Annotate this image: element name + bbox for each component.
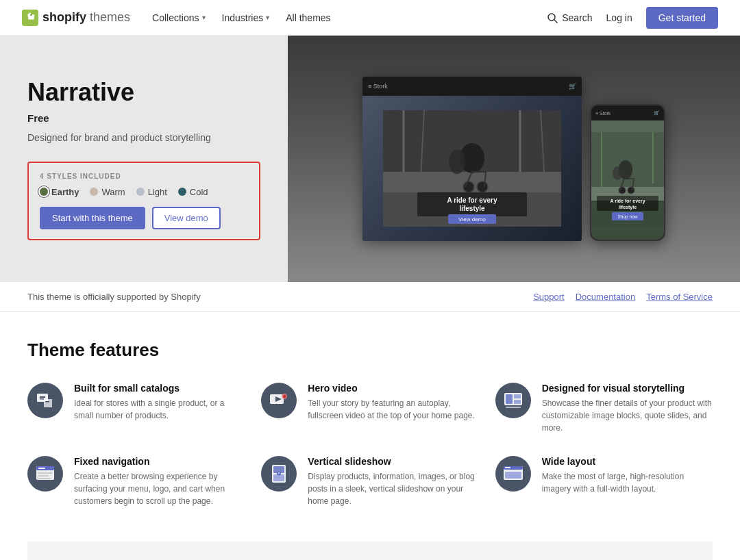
feature-content-small-catalogs: Built for small catalogs Ideal for store… xyxy=(74,383,245,422)
svg-rect-59 xyxy=(505,472,521,479)
feature-vertical-slideshow: Vertical slideshow Display products, inf… xyxy=(261,456,478,507)
style-options: Earthy Warm Light Cold xyxy=(40,187,248,197)
svg-point-11 xyxy=(449,149,465,174)
desktop-mockup: ≡ Stork 🛒 xyxy=(362,77,582,241)
theme-description: Designed for brand and product storytell… xyxy=(27,131,260,145)
feature-desc-wide-layout: Make the most of large, high-resolution … xyxy=(542,470,713,495)
documentation-link[interactable]: Documentation xyxy=(576,292,635,302)
nav-industries-label: Industries xyxy=(222,12,264,23)
svg-point-13 xyxy=(463,181,474,192)
mobile-hero-area: A ride for every lifestyle Shop now xyxy=(591,120,664,240)
styles-box: 4 STYLES INCLUDED Earthy Warm Light Cold xyxy=(27,162,260,240)
svg-point-27 xyxy=(619,187,626,194)
feature-title-small-catalogs: Built for small catalogs xyxy=(74,383,245,394)
nav-right: Search Log in Get started xyxy=(547,7,718,29)
feature-icon-fixed-navigation xyxy=(27,456,63,492)
feature-content-vertical-slideshow: Vertical slideshow Display products, inf… xyxy=(308,456,478,507)
mobile-mockup: ≡ Stork 🛒 xyxy=(590,104,665,241)
nav-collections-label: Collections xyxy=(152,12,199,23)
mobile-inner: ≡ Stork 🛒 xyxy=(591,105,664,240)
earthy-label: Earthy xyxy=(51,187,79,197)
login-link[interactable]: Log in xyxy=(606,12,632,23)
mobile-bar-right: 🛒 xyxy=(654,110,660,116)
nav-all-themes-label: All themes xyxy=(286,12,330,23)
desktop-bar-left: ≡ Stork xyxy=(368,83,388,90)
style-cold[interactable]: Cold xyxy=(178,187,208,197)
get-started-button[interactable]: Get started xyxy=(646,7,718,29)
navbar-logo[interactable]: shopify themes xyxy=(22,10,130,26)
nav-all-themes[interactable]: All themes xyxy=(286,12,330,23)
styles-heading: 4 STYLES INCLUDED xyxy=(40,173,248,180)
feature-icon-small-catalogs xyxy=(27,383,63,418)
feature-content-fixed-navigation: Fixed navigation Create a better browsin… xyxy=(74,456,245,507)
footer-note: This theme is officially supported by Sh… xyxy=(27,292,201,302)
hero-left: Narrative Free Designed for brand and pr… xyxy=(0,36,288,282)
light-label: Light xyxy=(148,187,167,197)
start-theme-button[interactable]: Start with this theme xyxy=(40,207,145,229)
footer-links: Support Documentation Terms of Service xyxy=(533,292,713,302)
navigation-icon xyxy=(34,463,56,485)
mobile-bar-left: ≡ Stork xyxy=(595,111,610,116)
search-label: Search xyxy=(562,12,592,23)
search-area[interactable]: Search xyxy=(547,12,592,23)
svg-text:Shop now: Shop now xyxy=(618,214,638,220)
video-icon xyxy=(268,390,290,411)
action-buttons: Start with this theme View demo xyxy=(40,207,248,229)
features-section: Theme features Built for small catalogs … xyxy=(0,312,740,535)
storytelling-icon xyxy=(502,390,524,411)
nav-links: Collections ▾ Industries ▾ All themes xyxy=(152,12,547,23)
svg-point-26 xyxy=(628,187,634,194)
feature-desc-hero-video: Tell your story by featuring an autoplay… xyxy=(308,397,478,422)
feature-title-fixed-navigation: Fixed navigation xyxy=(74,456,245,467)
svg-rect-46 xyxy=(506,407,521,408)
view-demo-button-small[interactable]: View demo xyxy=(152,207,221,229)
svg-text:A ride for every: A ride for every xyxy=(447,196,497,204)
nav-collections[interactable]: Collections ▾ xyxy=(152,12,205,23)
preview-container: ≡ Stork 🛒 xyxy=(349,63,679,255)
theme-footer-bar: This theme is officially supported by Sh… xyxy=(0,282,740,312)
style-light[interactable]: Light xyxy=(136,187,167,197)
hero-scene-illustration: A ride for every lifestyle View demo xyxy=(383,110,561,227)
theme-name: Narrative xyxy=(27,78,260,107)
feature-desc-fixed-navigation: Create a better browsing experience by s… xyxy=(74,470,245,507)
svg-rect-51 xyxy=(38,475,49,476)
feature-content-wide-layout: Wide layout Make the most of large, high… xyxy=(542,456,713,495)
desktop-inner: ≡ Stork 🛒 xyxy=(362,77,582,241)
slideshow-icon xyxy=(268,463,290,485)
svg-rect-50 xyxy=(38,472,53,474)
nav-industries[interactable]: Industries ▾ xyxy=(222,12,270,23)
feature-content-visual-storytelling: Designed for visual storytelling Showcas… xyxy=(542,383,713,434)
svg-rect-37 xyxy=(45,401,49,403)
style-warm[interactable]: Warm xyxy=(90,187,125,197)
feature-title-wide-layout: Wide layout xyxy=(542,456,713,467)
svg-point-41 xyxy=(283,395,286,398)
catalog-icon xyxy=(34,390,56,411)
svg-rect-36 xyxy=(44,399,52,407)
cold-dot xyxy=(178,188,186,196)
svg-text:lifestyle: lifestyle xyxy=(459,205,485,212)
feature-fixed-navigation: Fixed navigation Create a better browsin… xyxy=(27,456,245,507)
feature-desc-visual-storytelling: Showcase the finer details of your produ… xyxy=(542,397,713,434)
svg-rect-44 xyxy=(514,394,521,398)
svg-point-12 xyxy=(477,181,488,192)
support-link[interactable]: Support xyxy=(533,292,565,302)
warm-label: Warm xyxy=(101,187,125,197)
earthy-dot xyxy=(40,188,48,196)
svg-rect-45 xyxy=(514,400,521,404)
logo-text: shopify themes xyxy=(42,10,130,25)
feature-icon-hero-video xyxy=(261,383,297,418)
svg-point-25 xyxy=(613,166,622,180)
style-earthy[interactable]: Earthy xyxy=(40,187,79,197)
feature-wide-layout: Wide layout Make the most of large, high… xyxy=(495,456,713,507)
search-icon xyxy=(547,12,558,23)
svg-rect-60 xyxy=(505,467,510,468)
shopify-logo-icon xyxy=(22,10,38,26)
feature-visual-storytelling: Designed for visual storytelling Showcas… xyxy=(495,383,713,434)
terms-link[interactable]: Terms of Service xyxy=(646,292,713,302)
layout-icon xyxy=(502,463,524,485)
logo-subtext: themes xyxy=(90,10,130,24)
svg-rect-35 xyxy=(40,398,44,400)
feature-content-hero-video: Hero video Tell your story by featuring … xyxy=(308,383,478,422)
bottom-section: All themes on the Theme Store also inclu… xyxy=(27,542,713,560)
chevron-down-icon: ▾ xyxy=(266,14,269,21)
